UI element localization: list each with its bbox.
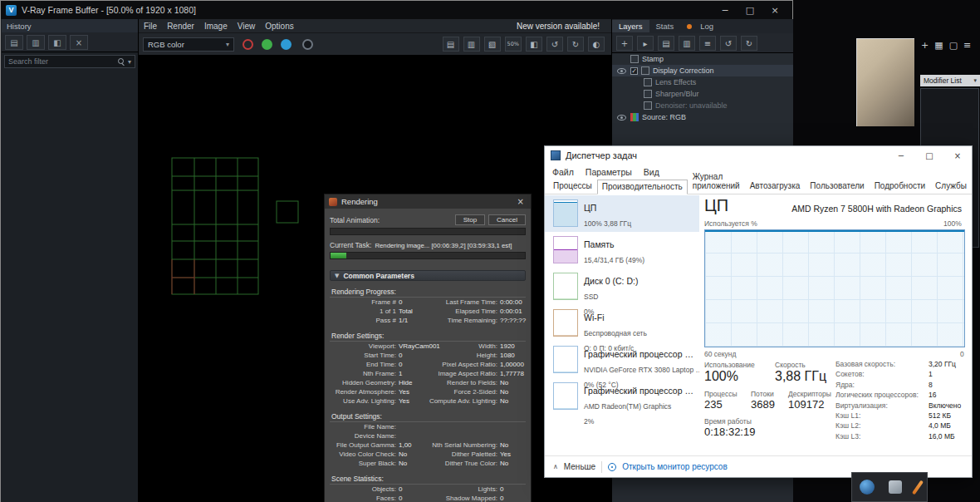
minimize-button[interactable]: − [713,2,737,17]
param-label [424,431,497,440]
vfb-titlebar[interactable]: V V-Ray Frame Buffer - [50.0% of 1920 x … [1,1,792,19]
menu-view[interactable]: View [233,22,261,31]
close-icon[interactable]: × [515,197,527,206]
search-input[interactable] [8,57,115,66]
minimize-button[interactable]: − [887,146,915,165]
load-history-icon[interactable]: ▥ [27,35,45,50]
layer-row-source-rgb[interactable]: Source: RGB [612,111,793,123]
param-value: No [396,450,424,459]
eye-icon[interactable] [617,115,626,121]
tab-stats[interactable]: Stats [649,20,681,32]
redo-icon[interactable]: ↻ [567,37,584,52]
undo-icon[interactable]: ↺ [546,37,563,52]
modifier-list-dropdown[interactable]: Modifier List ▾ [920,75,980,86]
duplicate-buffer-icon[interactable]: ▥ [463,37,480,52]
browser-app-icon[interactable] [860,480,875,495]
zoom-50-icon[interactable]: 50% [505,37,522,52]
utilities-tab-icon[interactable]: ▢ [949,40,958,51]
maximize-button[interactable]: □ [737,2,762,17]
gray-app-icon[interactable] [889,480,902,494]
perf-sidebar-gpu0[interactable]: Графический процессор …NVIDIA GeForce RT… [545,342,699,378]
layer-row-lens-effects[interactable]: Lens Effects [612,76,793,88]
close-button[interactable]: × [762,2,787,17]
menu-file[interactable]: Файл [546,167,580,177]
layer-label: Stamp [642,55,664,63]
channel-dropdown[interactable]: RGB color ▾ [143,37,234,52]
save-preset-icon[interactable]: ▤ [658,36,674,51]
close-button[interactable]: × [943,146,972,165]
menu-file[interactable]: File [139,22,162,31]
info-value: 512 КБ [929,411,951,421]
task-manager-window: Диспетчер задач − □ × Файл Параметры Вид… [544,145,973,478]
tab-log[interactable]: Log [693,20,720,32]
pencil-app-icon[interactable] [916,480,919,495]
color-correction-icon[interactable]: ◐ [588,37,605,52]
tab-services[interactable]: Службы [930,179,972,194]
save-image-icon[interactable]: ▤ [443,37,459,52]
param-label: Render Atmosphere: [330,387,396,396]
compare-history-icon[interactable]: ◧ [48,35,66,50]
param-label: Hidden Geometry: [330,378,396,387]
tab-processes[interactable]: Процессы [548,179,597,194]
region-render-icon[interactable]: ▧ [484,37,501,52]
tab-startup[interactable]: Автозагрузка [745,179,806,194]
cpu-usage-graph[interactable] [704,229,965,347]
param-value: 0 [497,494,526,502]
total-animation-progressbar [330,228,526,235]
tab-users[interactable]: Пользователи [805,179,869,194]
menu-render[interactable]: Render [162,22,199,31]
expand-layers-icon[interactable]: ▸ [637,36,654,51]
perf-sidebar-wifi[interactable]: Wi-FiБеспроводная сетьО: 0 П: 0 кбит/с [545,305,699,342]
fewer-details-button[interactable]: Меньше [564,462,595,471]
green-channel-toggle[interactable] [262,39,272,50]
tab-performance[interactable]: Производительность [597,180,688,194]
param-value: 0 [396,351,424,360]
layer-list-icon[interactable]: ≡ [699,36,716,51]
clear-history-icon[interactable]: × [70,35,88,50]
maximize-button[interactable]: □ [915,146,943,165]
redo-icon[interactable]: ↻ [741,36,757,51]
stop-button[interactable]: Stop [455,214,485,225]
param-row: File Output Gamma:1,00Nth Serial Numberi… [330,440,526,450]
menu-options[interactable]: Options [260,22,298,31]
open-resource-monitor-link[interactable]: Открыть монитор ресурсов [622,462,728,471]
save-history-icon[interactable]: ▤ [5,35,23,50]
alpha-channel-toggle[interactable] [302,39,313,50]
perf-sidebar-memory[interactable]: Память15,4/31,4 ГБ (49%) [545,232,699,268]
task-manager-titlebar[interactable]: Диспетчер задач − □ × [545,146,972,165]
layer-row-stamp[interactable]: Stamp [612,53,793,65]
menu-view[interactable]: Вид [638,167,665,177]
param-label: Dither True Color: [424,459,497,468]
layer-row-sharpen-blur[interactable]: Sharpen/Blur [612,88,793,100]
rendering-dialog-titlebar[interactable]: Rendering × [325,194,531,209]
layer-checkbox[interactable]: ✓ [630,67,638,75]
perf-sidebar-cpu[interactable]: ЦП100% 3,88 ГГц [545,195,699,232]
perf-sidebar-disk[interactable]: Диск 0 (C: D:)SSD0% [545,268,699,305]
cancel-button[interactable]: Cancel [488,214,526,225]
red-channel-toggle[interactable] [243,39,253,50]
channel-dropdown-value: RGB color [148,40,184,49]
blue-channel-toggle[interactable] [281,39,292,50]
tab-details[interactable]: Подробности [870,179,930,194]
menu-options[interactable]: Параметры [580,167,638,177]
layer-row-denoiser[interactable]: Denoiser: unavailable [612,100,793,111]
common-parameters-rollout[interactable]: ▼ Common Parameters [330,270,526,281]
param-row: Viewport:VRayCam001Width:1920 [330,342,526,351]
perf-sidebar-gpu1[interactable]: Графический процессор …AMD Radeon(TM) Gr… [545,378,699,415]
new-version-link[interactable]: New version available! [517,22,611,31]
tab-layers[interactable]: Layers [612,20,649,32]
tab-app-history[interactable]: Журнал приложений [688,170,745,194]
layer-row-display-correction[interactable]: ✓ Display Correction [612,65,793,76]
eye-icon[interactable] [617,68,626,74]
chevron-down-icon[interactable]: ▾ [128,58,131,66]
panel-menu-icon[interactable]: ≡ [963,40,971,51]
menu-image[interactable]: Image [199,22,233,31]
sidebar-item-detail: AMD Radeon(TM) Graphics [584,402,671,411]
param-value [497,431,526,440]
create-tab-icon[interactable]: + [921,40,929,51]
compare-ab-icon[interactable]: ◧ [526,37,542,52]
display-tab-icon[interactable]: ▦ [934,40,943,51]
load-preset-icon[interactable]: ▥ [679,36,695,51]
add-layer-icon[interactable]: + [616,36,633,51]
undo-icon[interactable]: ↺ [720,36,737,51]
